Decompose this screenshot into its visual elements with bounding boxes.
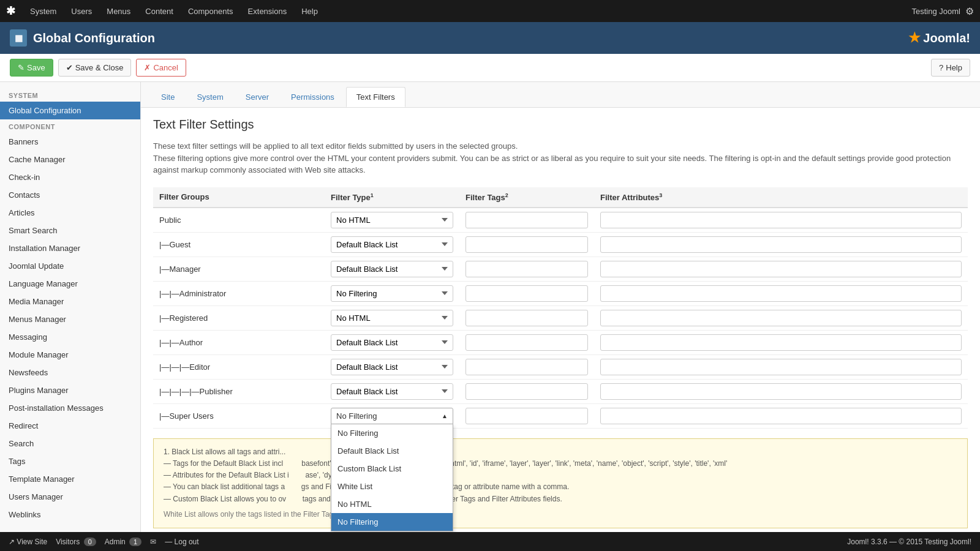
status-bar-left: ↗ View Site Visitors 0 Admin 1 ✉ — Log o… <box>9 538 199 546</box>
filter-tags-input-editor[interactable] <box>466 359 588 375</box>
table-row: |—Manager Default Black List No HTML Cus… <box>153 257 968 281</box>
nav-right: Testing Jooml ⚙ <box>912 6 974 17</box>
sidebar-item-cache-manager[interactable]: Cache Manager <box>0 151 140 168</box>
col-filter-attrs: Filter Attributes3 <box>594 187 968 208</box>
nav-components[interactable]: Components <box>182 2 239 21</box>
nav-system[interactable]: System <box>24 2 62 21</box>
sidebar-item-banners[interactable]: Banners <box>0 133 140 151</box>
table-row: |—Registered No HTML Default Black List … <box>153 305 968 330</box>
sidebar-item-template-manager[interactable]: Template Manager <box>0 470 140 488</box>
sidebar-item-plugins-manager[interactable]: Plugins Manager <box>0 381 140 399</box>
content-inner: Text Filter Settings These text filter s… <box>141 108 980 532</box>
filter-select-guest[interactable]: Default Black List No HTML Custom Black … <box>331 236 453 253</box>
sidebar-item-tags[interactable]: Tags <box>0 452 140 470</box>
filter-attrs-input-guest[interactable] <box>600 236 962 253</box>
filter-attrs-input-publisher[interactable] <box>600 383 962 400</box>
nav-menus[interactable]: Menus <box>100 2 137 21</box>
filter-select-manager[interactable]: Default Black List No HTML Custom Black … <box>331 261 453 277</box>
sidebar-item-check-in[interactable]: Check-in <box>0 168 140 186</box>
tabs-bar: Site System Server Permissions Text Filt… <box>141 82 980 108</box>
settings-icon[interactable]: ⚙ <box>965 6 974 17</box>
filter-attrs-input-manager[interactable] <box>600 261 962 277</box>
sidebar-item-redirect[interactable]: Redirect <box>0 417 140 435</box>
filter-tags-input-author[interactable] <box>466 334 588 351</box>
note-line4: — You can black list additional tags a g… <box>164 481 957 493</box>
filter-tags-input-manager[interactable] <box>466 261 588 277</box>
filter-tags-input-registered[interactable] <box>466 310 588 326</box>
filter-attrs-input-admin[interactable] <box>600 285 962 302</box>
filter-attrs-input-author[interactable] <box>600 334 962 351</box>
note-line5: — Custom Black List allows you to ov tag… <box>164 493 957 505</box>
sidebar-item-search[interactable]: Search <box>0 435 140 452</box>
description-line1: These text filter settings will be appli… <box>153 140 968 152</box>
brand-logo: ✱ <box>6 4 15 18</box>
sidebar-item-newsfeeds[interactable]: Newsfeeds <box>0 364 140 381</box>
filter-select-editor[interactable]: Default Black List No HTML Custom Black … <box>331 359 453 375</box>
nav-help[interactable]: Help <box>295 2 324 21</box>
sidebar-section-system: SYSTEM <box>0 88 140 102</box>
tab-site[interactable]: Site <box>151 87 185 107</box>
sidebar-item-global-config[interactable]: Global Configuration <box>0 102 140 119</box>
sidebar-item-language-manager[interactable]: Language Manager <box>0 275 140 293</box>
dropdown-option-white-list[interactable]: White List <box>331 478 453 495</box>
filter-attrs-input-public[interactable] <box>600 212 962 228</box>
super-users-dropdown-trigger[interactable]: No Filtering ▲ <box>331 408 453 424</box>
group-manager: |—Manager <box>153 257 325 281</box>
logout-link[interactable]: — Log out <box>165 538 198 546</box>
admin-badge-group: Admin 1 <box>105 538 141 546</box>
visitors-count: 0 <box>84 538 96 546</box>
tab-text-filters[interactable]: Text Filters <box>346 87 405 107</box>
filter-select-publisher[interactable]: Default Black List No HTML Custom Black … <box>331 383 453 400</box>
joomla-logo: ★ Joomla! <box>908 30 970 46</box>
filter-select-public[interactable]: No HTML Default Black List Custom Black … <box>331 212 453 228</box>
sidebar-item-contacts[interactable]: Contacts <box>0 186 140 204</box>
nav-extensions[interactable]: Extensions <box>242 2 293 21</box>
save-button[interactable]: ✎ Save <box>10 59 53 77</box>
sidebar-item-weblinks[interactable]: Weblinks <box>0 506 140 523</box>
nav-content[interactable]: Content <box>139 2 179 21</box>
nav-left: ✱ System Users Menus Content Components … <box>6 2 324 21</box>
filter-select-administrator[interactable]: No Filtering Default Black List No HTML … <box>331 285 453 302</box>
help-button[interactable]: ? Help <box>931 59 970 77</box>
sidebar-item-users-manager[interactable]: Users Manager <box>0 488 140 506</box>
tab-permissions[interactable]: Permissions <box>281 87 345 107</box>
dropdown-option-custom-black-list[interactable]: Custom Black List <box>331 460 453 478</box>
filter-tags-input-admin[interactable] <box>466 285 588 302</box>
sidebar-item-media-manager[interactable]: Media Manager <box>0 293 140 310</box>
filter-select-registered[interactable]: No HTML Default Black List Custom Black … <box>331 310 453 326</box>
filter-type-guest: Default Black List No HTML Custom Black … <box>325 232 459 257</box>
filter-select-author[interactable]: Default Black List No HTML Custom Black … <box>331 334 453 351</box>
sidebar-item-articles[interactable]: Articles <box>0 204 140 222</box>
sidebar-item-post-installation[interactable]: Post-installation Messages <box>0 399 140 417</box>
filter-tags-input-super[interactable] <box>466 408 588 424</box>
dropdown-option-no-html[interactable]: No HTML <box>331 495 453 513</box>
tab-system[interactable]: System <box>186 87 233 107</box>
filter-tags-input-guest[interactable] <box>466 236 588 253</box>
super-users-dropdown-container: No Filtering ▲ No Filtering Default Blac… <box>331 408 453 424</box>
cancel-button[interactable]: ✗ Cancel <box>136 59 186 77</box>
sidebar-item-menus-manager[interactable]: Menus Manager <box>0 310 140 328</box>
nav-users[interactable]: Users <box>65 2 98 21</box>
note-line2: — Tags for the Default Black List incl b… <box>164 458 957 470</box>
note-line3: — Attributes for the Default Black List … <box>164 470 957 481</box>
filter-attrs-input-registered[interactable] <box>600 310 962 326</box>
filter-tags-public <box>459 208 594 233</box>
filter-attrs-input-super[interactable] <box>600 408 962 424</box>
filter-attrs-input-editor[interactable] <box>600 359 962 375</box>
sidebar-section-component: COMPONENT <box>0 119 140 133</box>
filter-tags-input-public[interactable] <box>466 212 588 228</box>
sidebar-item-joomla-update[interactable]: Joomlal Update <box>0 257 140 275</box>
header-bar: ▦ Global Configuration ★ Joomla! <box>0 22 980 54</box>
dropdown-option-no-filtering[interactable]: No Filtering <box>331 513 453 531</box>
dropdown-option-no-filtering-top[interactable]: No Filtering <box>331 424 453 442</box>
tab-server[interactable]: Server <box>235 87 279 107</box>
filter-tags-input-publisher[interactable] <box>466 383 588 400</box>
dropdown-option-default-black-list[interactable]: Default Black List <box>331 442 453 460</box>
sidebar-item-installation-manager[interactable]: Installation Manager <box>0 239 140 257</box>
sidebar-item-smart-search[interactable]: Smart Search <box>0 222 140 239</box>
save-close-button[interactable]: ✔ Save & Close <box>58 59 132 77</box>
view-site-link[interactable]: ↗ View Site <box>9 538 47 546</box>
sidebar-item-messaging[interactable]: Messaging <box>0 328 140 346</box>
save-icon: ✎ <box>18 63 24 72</box>
sidebar-item-module-manager[interactable]: Module Manager <box>0 346 140 364</box>
